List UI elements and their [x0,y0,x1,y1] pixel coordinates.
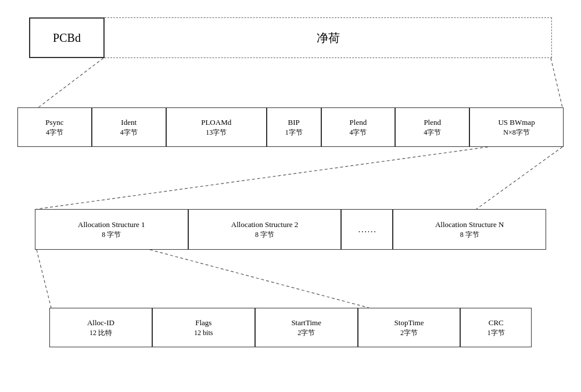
svg-line-1 [551,58,562,107]
alloc-id-sub: 12 比特 [89,328,112,338]
plend2-box: Plend 4字节 [395,107,469,147]
psync-sub: 4字节 [46,128,63,138]
bip-label: BIP [288,117,300,128]
svg-line-5 [150,250,369,308]
svg-line-4 [37,250,51,308]
crc-label: CRC [489,318,504,328]
alloc-struct-n-label: Allocation Structure N [435,220,504,230]
bip-sub: 1字节 [285,128,303,138]
usbwmap-label: US BWmap [498,117,535,128]
flags-box: Flags 12 bits [152,308,255,347]
starttime-box: StartTime 2字节 [255,308,358,347]
payload-label: 净荷 [317,30,340,46]
svg-line-3 [476,147,562,209]
psync-label: Psync [45,117,63,128]
svg-line-0 [38,58,103,107]
alloc-id-label: Alloc-ID [87,318,114,328]
ploamd-label: PLOAMd [201,117,231,128]
alloc-id-box: Alloc-ID 12 比特 [49,308,152,347]
pcbd-label: PCBd [53,30,81,46]
ploamd-box: PLOAMd 13字节 [166,107,267,147]
diagram: PCBd 净荷 Psync 4字节 Ident 4字节 PLOAMd 13字节 … [0,0,581,392]
plend1-box: Plend 4字节 [321,107,396,147]
usbwmap-box: US BWmap N×8字节 [469,107,564,147]
starttime-label: StartTime [291,318,321,328]
alloc-struct-2-box: Allocation Structure 2 8 字节 [188,209,342,250]
row3: Allocation Structure 1 8 字节 Allocation S… [35,209,546,250]
alloc-struct-n-sub: 8 字节 [460,230,479,240]
starttime-sub: 2字节 [297,328,315,338]
crc-box: CRC 1字节 [460,308,532,347]
alloc-struct-1-label: Allocation Structure 1 [78,220,145,230]
alloc-struct-2-sub: 8 字节 [255,230,274,240]
ident-sub: 4字节 [120,128,138,138]
row2: Psync 4字节 Ident 4字节 PLOAMd 13字节 BIP 1字节 … [17,107,564,147]
stoptime-label: StopTime [394,318,424,328]
crc-sub: 1字节 [487,328,505,338]
row4: Alloc-ID 12 比特 Flags 12 bits StartTime 2… [49,308,532,347]
bip-box: BIP 1字节 [267,107,321,147]
ploamd-sub: 13字节 [206,128,227,138]
psync-box: Psync 4字节 [17,107,92,147]
alloc-struct-2-label: Allocation Structure 2 [231,220,299,230]
ident-box: Ident 4字节 [92,107,166,147]
ident-label: Ident [121,117,137,128]
svg-line-2 [37,147,488,209]
plend2-sub: 4字节 [424,128,441,138]
alloc-struct-1-sub: 8 字节 [102,230,121,240]
usbwmap-sub: N×8字节 [503,128,529,138]
plend2-label: Plend [424,117,441,128]
alloc-struct-n-box: Allocation Structure N 8 字节 [393,209,546,250]
ellipsis-box: …… [341,209,393,250]
plend1-label: Plend [350,117,367,128]
stoptime-box: StopTime 2字节 [358,308,461,347]
flags-sub: 12 bits [194,328,213,338]
plend1-sub: 4字节 [349,128,367,138]
payload-box: 净荷 [105,17,552,58]
ellipsis-label: …… [358,223,376,236]
alloc-struct-1-box: Allocation Structure 1 8 字节 [35,209,188,250]
flags-label: Flags [195,318,211,328]
pcbd-box: PCBd [29,17,105,58]
stoptime-sub: 2字节 [400,328,418,338]
